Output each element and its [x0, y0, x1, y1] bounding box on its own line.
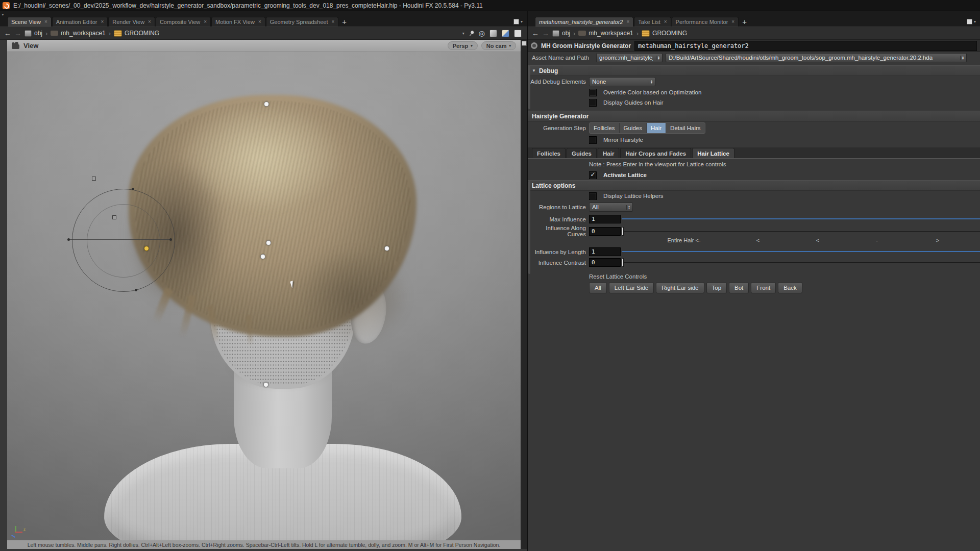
- breadcrumb-workspace[interactable]: mh_workspace1: [578, 30, 633, 37]
- close-icon[interactable]: ×: [627, 19, 630, 24]
- gizmo-axis-line[interactable]: [69, 239, 171, 240]
- lattice-point[interactable]: [266, 240, 271, 245]
- reset-left-ear-button[interactable]: Left Ear Side: [609, 282, 654, 293]
- gizmo-endpoint[interactable]: [135, 289, 137, 291]
- influence-along-field[interactable]: 0: [589, 227, 621, 236]
- region-nav-dash[interactable]: -: [876, 237, 878, 243]
- tab-take-list[interactable]: Take List ×: [634, 17, 671, 27]
- close-icon[interactable]: ×: [664, 19, 667, 24]
- camera-select-button[interactable]: No cam ▾: [481, 41, 516, 50]
- forward-arrow-icon[interactable]: →: [542, 30, 549, 37]
- breadcrumb-obj[interactable]: obj: [24, 30, 42, 37]
- tab-node-params[interactable]: metahuman_hairstyle_generator2 ×: [535, 17, 633, 27]
- param-tab-hair-lattice[interactable]: Hair Lattice: [692, 148, 734, 158]
- spinner-icon[interactable]: ▴▾: [626, 205, 630, 210]
- reset-top-button[interactable]: Top: [706, 282, 727, 293]
- reset-all-button[interactable]: All: [589, 282, 607, 293]
- cube-view-icon[interactable]: [489, 30, 497, 37]
- breadcrumb-obj[interactable]: obj: [552, 30, 570, 37]
- max-influence-slider[interactable]: [622, 215, 980, 223]
- forward-arrow-icon[interactable]: →: [14, 30, 21, 37]
- influence-contrast-slider[interactable]: [622, 258, 980, 267]
- target-icon[interactable]: ◎: [479, 30, 485, 37]
- slider-handle[interactable]: [622, 227, 624, 236]
- lattice-point[interactable]: [384, 246, 389, 251]
- lattice-point[interactable]: [260, 254, 265, 259]
- lattice-point-selected[interactable]: [144, 246, 149, 251]
- region-nav-next[interactable]: >: [936, 237, 939, 243]
- lattice-point[interactable]: [264, 102, 269, 107]
- node-name-field[interactable]: metahuman_hairstyle_generator2: [634, 41, 977, 51]
- slider-handle[interactable]: [622, 258, 624, 267]
- debug-section-header[interactable]: ▼ Debug: [528, 65, 980, 76]
- override-color-checkbox[interactable]: [589, 89, 597, 96]
- close-icon[interactable]: ×: [148, 19, 151, 24]
- step-hair[interactable]: Hair: [647, 123, 666, 133]
- pathbar-menu-icon[interactable]: ▾: [462, 31, 464, 36]
- tab-scene-view[interactable]: Scene View ×: [7, 17, 52, 27]
- tab-composite-view[interactable]: Composite View ×: [156, 17, 211, 27]
- close-icon[interactable]: ×: [101, 19, 104, 24]
- activate-lattice-checkbox[interactable]: ✓: [589, 171, 597, 179]
- tab-animation-editor[interactable]: Animation Editor ×: [52, 17, 108, 27]
- pane-menu-button[interactable]: ▾: [513, 19, 523, 24]
- breadcrumb-grooming[interactable]: GROOMING: [114, 30, 159, 37]
- gizmo-handle[interactable]: [92, 177, 96, 181]
- influence-length-slider[interactable]: [622, 247, 980, 256]
- display-lattice-helpers-checkbox[interactable]: [589, 192, 597, 200]
- max-influence-field[interactable]: 1: [589, 215, 621, 223]
- influence-length-field[interactable]: 1: [589, 247, 621, 256]
- viewport-3d-scene[interactable]: View Persp ▾ No cam ▾ z Left mouse tu: [7, 40, 521, 549]
- region-nav-prev2[interactable]: <: [816, 237, 819, 243]
- shading-mode-icon[interactable]: [502, 30, 509, 37]
- param-tab-follicles[interactable]: Follicles: [532, 148, 566, 158]
- region-nav-prev[interactable]: <: [756, 237, 760, 243]
- close-icon[interactable]: ×: [258, 19, 261, 24]
- close-icon[interactable]: ×: [204, 19, 207, 24]
- step-guides[interactable]: Guides: [620, 123, 647, 133]
- asset-name-dropdown[interactable]: groom::mh_hairstyle_gen... ▴▾: [596, 53, 663, 62]
- back-arrow-icon[interactable]: ←: [532, 30, 539, 37]
- spinner-icon[interactable]: ▴▾: [656, 56, 659, 60]
- persp-button[interactable]: Persp ▾: [448, 41, 478, 50]
- reset-bot-button[interactable]: Bot: [729, 282, 749, 293]
- pane-menu-button[interactable]: ▾: [967, 19, 976, 24]
- region-nav-entire-hair[interactable]: Entire Hair <-: [667, 237, 700, 243]
- tab-performance-monitor[interactable]: Performance Monitor ×: [672, 17, 739, 27]
- reset-right-ear-button[interactable]: Right Ear side: [656, 282, 704, 293]
- display-guides-checkbox[interactable]: [589, 99, 597, 107]
- reset-back-button[interactable]: Back: [778, 282, 802, 293]
- param-tab-hair-crops[interactable]: Hair Crops and Fades: [620, 148, 691, 158]
- gizmo-endpoint[interactable]: [67, 238, 70, 241]
- close-icon[interactable]: ×: [731, 19, 734, 24]
- add-tab-button[interactable]: +: [342, 18, 347, 26]
- reset-front-button[interactable]: Front: [751, 282, 776, 293]
- breadcrumb-grooming[interactable]: GROOMING: [642, 30, 687, 37]
- close-icon[interactable]: ×: [331, 19, 334, 24]
- add-tab-button[interactable]: +: [742, 18, 747, 26]
- tab-geometry-spreadsheet[interactable]: Geometry Spreadsheet ×: [266, 17, 339, 27]
- lattice-point[interactable]: [263, 382, 268, 387]
- stow-handle[interactable]: [522, 41, 527, 46]
- breadcrumb-workspace[interactable]: mh_workspace1: [51, 30, 105, 37]
- param-tab-hair[interactable]: Hair: [598, 148, 619, 158]
- spinner-icon[interactable]: ▴▾: [960, 56, 964, 60]
- param-tab-guides[interactable]: Guides: [567, 148, 597, 158]
- stowbar[interactable]: [521, 40, 527, 549]
- gizmo-endpoint[interactable]: [132, 188, 134, 190]
- tab-list-icon[interactable]: ▼: [1, 13, 5, 16]
- gizmo-inner-circle[interactable]: [87, 204, 160, 278]
- back-arrow-icon[interactable]: ←: [4, 30, 11, 37]
- add-debug-dropdown[interactable]: None ▴▾: [589, 77, 655, 86]
- asset-path-dropdown[interactable]: D:/Build/ArtSource/Shared/houdini/otls/m…: [666, 53, 967, 62]
- layout-mode-icon[interactable]: [514, 30, 522, 37]
- mirror-hairstyle-checkbox[interactable]: [589, 136, 597, 144]
- influence-contrast-field[interactable]: 0: [589, 258, 621, 267]
- gizmo-endpoint[interactable]: [169, 238, 172, 241]
- regions-dropdown[interactable]: All ▴▾: [589, 203, 633, 212]
- close-icon[interactable]: ×: [44, 19, 47, 24]
- step-follicles[interactable]: Follicles: [590, 123, 620, 133]
- spinner-icon[interactable]: ▴▾: [649, 80, 652, 84]
- tab-motion-fx-view[interactable]: Motion FX View ×: [211, 17, 265, 27]
- pin-icon[interactable]: [468, 30, 475, 37]
